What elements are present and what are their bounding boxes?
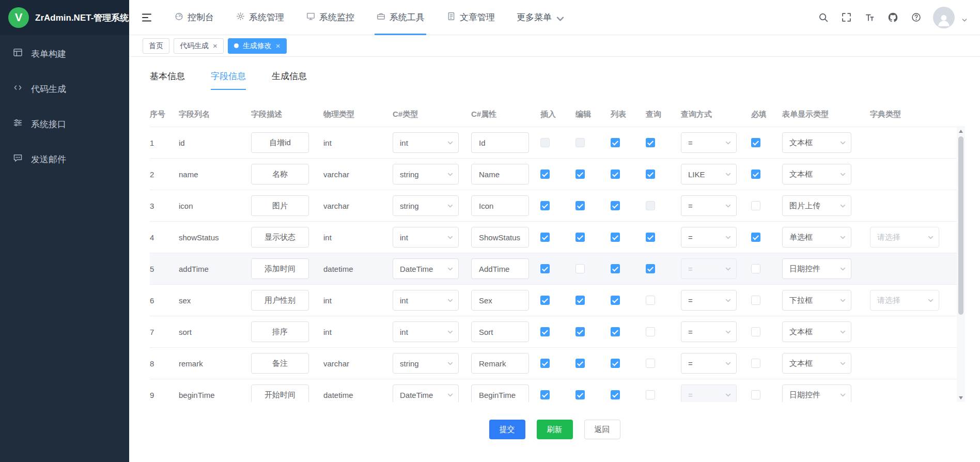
cs-property-input[interactable] [471, 195, 529, 216]
query-checkbox[interactable] [646, 327, 655, 336]
cs-type-select[interactable]: string [393, 195, 459, 216]
refresh-button[interactable]: 刷新 [537, 420, 573, 439]
tab-generate-info[interactable]: 生成信息 [272, 70, 307, 90]
edit-checkbox[interactable] [575, 296, 585, 305]
field-description-input[interactable] [251, 321, 309, 342]
list-checkbox[interactable] [611, 264, 620, 273]
query-mode-select[interactable]: = [681, 227, 737, 248]
list-checkbox[interactable] [611, 390, 620, 399]
display-type-select[interactable]: 文本框 [782, 132, 851, 153]
display-type-select[interactable]: 单选框 [782, 227, 851, 248]
display-type-select[interactable]: 图片上传 [782, 195, 851, 216]
close-icon[interactable]: × [213, 42, 217, 50]
insert-checkbox[interactable] [540, 233, 550, 242]
list-checkbox[interactable] [611, 327, 620, 336]
required-checkbox[interactable] [751, 201, 760, 210]
insert-checkbox[interactable] [540, 170, 550, 179]
caret-down-icon[interactable] [961, 16, 968, 22]
nav-item-more-menu[interactable]: 更多菜单 [515, 0, 564, 35]
tab-generate-edit[interactable]: 生成修改 × [228, 38, 287, 54]
fullscreen-icon[interactable] [840, 11, 852, 24]
query-checkbox[interactable] [646, 390, 655, 399]
submit-button[interactable]: 提交 [489, 420, 525, 439]
query-checkbox[interactable] [646, 359, 655, 368]
field-description-input[interactable] [251, 195, 309, 216]
required-checkbox[interactable] [751, 264, 760, 273]
cs-property-input[interactable] [471, 132, 529, 153]
query-checkbox[interactable] [646, 233, 655, 242]
search-icon[interactable] [817, 11, 829, 24]
query-mode-select[interactable]: = [681, 353, 737, 374]
help-icon[interactable] [910, 11, 922, 24]
insert-checkbox[interactable] [540, 296, 550, 305]
insert-checkbox[interactable] [540, 327, 550, 336]
cs-type-select[interactable]: DateTime [393, 258, 459, 279]
back-button[interactable]: 返回 [584, 420, 620, 439]
cs-type-select[interactable]: int [393, 132, 459, 153]
field-description-input[interactable] [251, 132, 309, 153]
field-description-input[interactable] [251, 290, 309, 311]
field-description-input[interactable] [251, 384, 309, 402]
edit-checkbox[interactable] [575, 201, 585, 210]
cs-property-input[interactable] [471, 290, 529, 311]
required-checkbox[interactable] [751, 327, 760, 336]
insert-checkbox[interactable] [540, 201, 550, 210]
sidebar-item-send-mail[interactable]: 发送邮件 [0, 142, 129, 177]
dict-type-select[interactable]: 请选择 [870, 227, 939, 248]
insert-checkbox[interactable] [540, 264, 550, 273]
tab-field-info[interactable]: 字段信息 [211, 70, 246, 90]
field-description-input[interactable] [251, 227, 309, 248]
avatar[interactable] [933, 7, 955, 28]
edit-checkbox[interactable] [575, 233, 585, 242]
query-mode-select[interactable]: = [681, 321, 737, 342]
query-mode-select[interactable]: LIKE [681, 164, 737, 184]
list-checkbox[interactable] [611, 233, 620, 242]
cs-property-input[interactable] [471, 321, 529, 342]
cs-property-input[interactable] [471, 164, 529, 184]
github-icon[interactable] [886, 11, 899, 24]
list-checkbox[interactable] [611, 201, 620, 210]
nav-item-system-tools[interactable]: 系统工具 [375, 0, 426, 35]
scrollbar-thumb[interactable] [958, 136, 963, 315]
nav-item-system-management[interactable]: 系统管理 [234, 0, 286, 35]
cs-type-select[interactable]: int [393, 227, 459, 248]
display-type-select[interactable]: 日期控件 [782, 258, 851, 279]
menu-fold-icon[interactable] [141, 11, 153, 24]
cs-type-select[interactable]: DateTime [393, 384, 459, 402]
cs-type-select[interactable]: int [393, 290, 459, 311]
query-checkbox[interactable] [646, 170, 655, 179]
display-type-select[interactable]: 文本框 [782, 164, 851, 184]
field-description-input[interactable] [251, 353, 309, 374]
display-type-select[interactable]: 文本框 [782, 321, 851, 342]
nav-item-article-management[interactable]: 更多菜单 文章管理 [445, 0, 496, 35]
list-checkbox[interactable] [611, 170, 620, 179]
cs-property-input[interactable] [471, 353, 529, 374]
query-mode-select[interactable]: = [681, 290, 737, 311]
dict-type-select[interactable]: 请选择 [870, 290, 939, 311]
required-checkbox[interactable] [751, 359, 760, 368]
edit-checkbox[interactable] [575, 327, 585, 336]
nav-item-system-monitor[interactable]: 系统监控 [304, 0, 356, 35]
required-checkbox[interactable] [751, 296, 760, 305]
display-type-select[interactable]: 文本框 [782, 353, 851, 374]
cs-property-input[interactable] [471, 258, 529, 279]
display-type-select[interactable]: 下拉框 [782, 290, 851, 311]
edit-checkbox[interactable] [575, 264, 585, 273]
field-description-input[interactable] [251, 258, 309, 279]
font-size-icon[interactable] [863, 11, 876, 24]
display-type-select[interactable]: 日期控件 [782, 384, 851, 402]
sidebar-item-system-api[interactable]: 系统接口 [0, 106, 129, 142]
tab-code-generation[interactable]: 代码生成 × [174, 38, 224, 54]
query-checkbox[interactable] [646, 138, 655, 147]
insert-checkbox[interactable] [540, 359, 550, 368]
field-description-input[interactable] [251, 164, 309, 184]
query-checkbox[interactable] [646, 296, 655, 305]
scroll-down-arrow[interactable] [957, 394, 965, 402]
list-checkbox[interactable] [611, 296, 620, 305]
cs-type-select[interactable]: int [393, 321, 459, 342]
required-checkbox[interactable] [751, 138, 760, 147]
query-mode-select[interactable]: = [681, 132, 737, 153]
tab-basic-info[interactable]: 基本信息 [150, 70, 185, 90]
list-checkbox[interactable] [611, 138, 620, 147]
sidebar-item-form-builder[interactable]: 表单构建 [0, 36, 129, 71]
